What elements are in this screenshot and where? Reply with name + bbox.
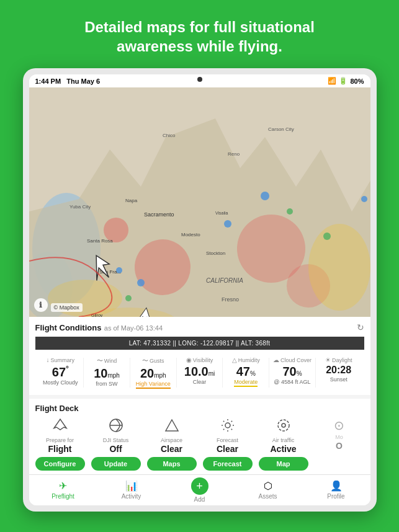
svg-point-13 — [261, 192, 269, 200]
summary-icon: ↓ — [47, 357, 50, 363]
headline-line2: awareness while flying. — [117, 38, 282, 55]
airtraffic-sub-label: Air traffic — [272, 437, 294, 443]
divider-2 — [130, 358, 130, 388]
assets-label: Assets — [258, 493, 277, 500]
coords-bar: LAT: 47.31332 || LONG: -122.09817 || ALT… — [35, 337, 364, 350]
map-info-button[interactable]: ℹ — [34, 298, 48, 312]
map-container[interactable]: Sacramento San Fra... CALIFORNIA Fresno … — [29, 87, 370, 317]
flight-deck-title: Flight Deck — [35, 404, 79, 413]
wind-label: 〜 Wind — [97, 357, 117, 365]
gusts-label: 〜 Gusts — [142, 357, 164, 365]
dji-icon — [109, 418, 123, 436]
daylight-label: ☀ Daylight — [325, 357, 352, 363]
more-main-label: O — [336, 441, 343, 451]
battery-icon: 🔋 — [339, 77, 347, 85]
svg-text:Carson City: Carson City — [268, 126, 294, 132]
svg-text:Santa Rosa: Santa Rosa — [87, 238, 113, 244]
divider-6 — [315, 358, 316, 388]
summary-sub: Mostly Cloudy — [43, 379, 78, 386]
gusts-sub: High Variance — [136, 381, 171, 389]
gusts-value: 20mph — [140, 367, 166, 379]
deck-item-dji: DJI Status Off Update — [89, 418, 143, 471]
weather-row: ↓ Summary 67° Mostly Cloudy 〜 Wind 10mph… — [35, 350, 364, 395]
info-icon: ℹ — [39, 301, 42, 309]
divider-1 — [83, 358, 84, 388]
tab-profile[interactable]: 👤 Profile — [302, 480, 370, 503]
svg-line-43 — [223, 421, 223, 422]
flight-sub-label: Prepare for — [46, 437, 74, 443]
svg-point-15 — [224, 220, 231, 228]
assets-icon: ⬡ — [264, 480, 272, 492]
airspace-main-label: Clear — [161, 444, 182, 454]
cloud-cover-value: 70% — [282, 365, 302, 378]
visibility-icon: ◉ — [186, 357, 192, 363]
svg-point-3 — [135, 239, 191, 295]
configure-button[interactable]: Configure — [35, 457, 85, 471]
activity-icon: 📊 — [125, 480, 138, 492]
wifi-icon: 📶 — [328, 77, 336, 85]
weather-visibility: ◉ Visibility 10.0mi Clear — [178, 355, 222, 390]
svg-text:Sacramento: Sacramento — [144, 211, 174, 218]
profile-icon: 👤 — [330, 480, 343, 492]
humidity-icon: △ — [232, 357, 237, 363]
deck-items-row: Prepare for Flight Configure DJI Status … — [29, 415, 370, 474]
flight-conditions-section: Flight Conditions as of May-06 13:44 ↻ L… — [29, 317, 370, 395]
deck-item-forecast: Forecast Clear Forecast — [200, 418, 255, 471]
svg-text:Chico: Chico — [163, 133, 176, 138]
svg-marker-37 — [166, 420, 178, 431]
preflight-label: Preflight — [52, 493, 74, 500]
svg-text:CALIFORNIA: CALIFORNIA — [206, 277, 243, 284]
divider-3 — [176, 358, 177, 388]
weather-daylight: ☀ Daylight 20:28 Sunset — [317, 355, 361, 390]
visibility-label: ◉ Visibility — [186, 357, 213, 363]
flight-deck-icon — [53, 418, 68, 436]
refresh-icon[interactable]: ↻ — [357, 322, 364, 332]
status-date: Thu May 6 — [66, 78, 100, 85]
preflight-icon: ✈ — [59, 480, 67, 492]
flight-main-label: Flight — [48, 444, 71, 454]
cloud-cover-label-text: Cloud Cover — [280, 357, 312, 363]
daylight-icon: ☀ — [325, 357, 331, 363]
svg-point-14 — [287, 208, 293, 215]
headline-line1: Detailed maps for full situational — [84, 19, 315, 35]
svg-text:Napa: Napa — [125, 198, 138, 203]
svg-line-44 — [231, 429, 231, 430]
mapbox-logo: © Mapbox — [51, 303, 83, 312]
tab-activity[interactable]: 📊 Activity — [97, 480, 166, 503]
forecast-button[interactable]: Forecast — [203, 457, 253, 471]
svg-text:Modesto: Modesto — [181, 232, 200, 237]
summary-value: 67° — [52, 365, 69, 378]
map-svg: Sacramento San Fra... CALIFORNIA Fresno … — [29, 87, 370, 317]
more-sub-label: Mo — [335, 434, 343, 440]
wind-sub: from SW — [96, 381, 118, 387]
dji-main-label: Off — [109, 444, 122, 454]
svg-text:Visalia: Visalia — [215, 211, 228, 215]
tab-preflight[interactable]: ✈ Preflight — [29, 480, 97, 503]
svg-text:Stockton: Stockton — [206, 250, 225, 256]
add-label: Add — [194, 496, 205, 503]
wind-label-text: Wind — [104, 358, 117, 364]
add-circle-button[interactable]: + — [191, 477, 208, 495]
tab-add[interactable]: + Add — [166, 480, 234, 503]
tab-assets[interactable]: ⬡ Assets — [234, 480, 302, 503]
maps-button[interactable]: Maps — [147, 457, 197, 471]
deck-item-more: ⊙ Mo O — [312, 418, 367, 471]
svg-text:Yuba City: Yuba City — [69, 204, 91, 210]
airtraffic-icon — [276, 418, 291, 436]
visibility-label-text: Visibility — [193, 357, 213, 363]
status-time: 1:44 PM — [35, 78, 61, 85]
gusts-label-text: Gusts — [150, 358, 164, 364]
cloud-cover-label: ☁ Cloud Cover — [273, 357, 312, 363]
device-frame: 1:44 PM Thu May 6 📶 🔋 80% — [23, 68, 377, 512]
forecast-main-label: Clear — [217, 444, 238, 454]
flight-conditions-title: Flight Conditions — [35, 323, 102, 332]
svg-text:Fresno: Fresno — [222, 296, 239, 303]
gusts-icon: 〜 — [142, 357, 148, 365]
svg-point-48 — [282, 423, 285, 427]
deck-item-airtraffic: Air traffic Active Map — [256, 418, 311, 471]
airtraffic-map-button[interactable]: Map — [259, 457, 308, 471]
svg-point-17 — [361, 196, 367, 202]
wind-icon: 〜 — [97, 357, 103, 365]
flight-conditions-header: Flight Conditions as of May-06 13:44 ↻ — [35, 322, 364, 337]
update-button[interactable]: Update — [91, 457, 141, 471]
